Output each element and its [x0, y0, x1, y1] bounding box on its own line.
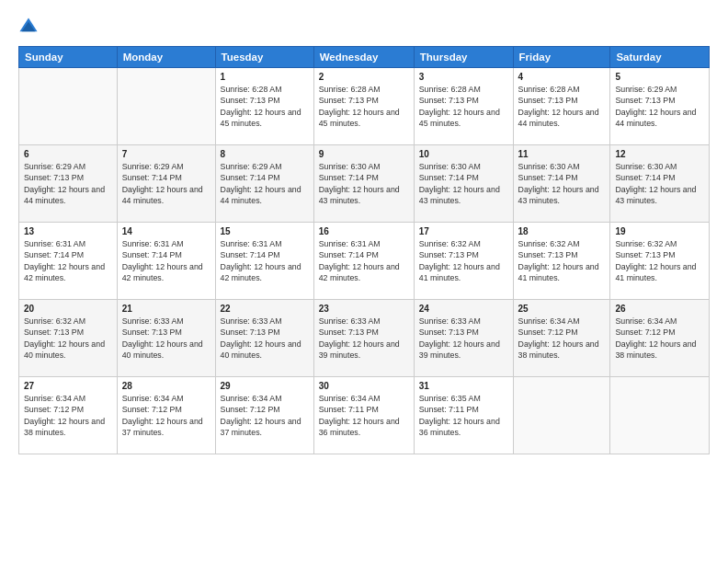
day-info: Sunrise: 6:31 AMSunset: 7:14 PMDaylight:… [24, 238, 112, 283]
week-row-5: 27Sunrise: 6:34 AMSunset: 7:12 PMDayligh… [19, 377, 710, 454]
day-number: 2 [319, 72, 409, 82]
day-info: Sunrise: 6:28 AMSunset: 7:13 PMDaylight:… [319, 84, 409, 129]
calendar-cell: 17Sunrise: 6:32 AMSunset: 7:13 PMDayligh… [414, 223, 513, 300]
day-number: 25 [518, 304, 606, 314]
day-info: Sunrise: 6:30 AMSunset: 7:14 PMDaylight:… [419, 161, 508, 206]
calendar-cell: 29Sunrise: 6:34 AMSunset: 7:12 PMDayligh… [215, 377, 313, 454]
day-number: 17 [419, 226, 508, 236]
calendar-cell: 26Sunrise: 6:34 AMSunset: 7:12 PMDayligh… [610, 300, 710, 377]
day-info: Sunrise: 6:33 AMSunset: 7:13 PMDaylight:… [221, 316, 309, 361]
calendar-cell: 20Sunrise: 6:32 AMSunset: 7:13 PMDayligh… [19, 300, 118, 377]
weekday-header-friday: Friday [513, 47, 610, 68]
week-row-2: 6Sunrise: 6:29 AMSunset: 7:13 PMDaylight… [19, 145, 710, 223]
day-number: 23 [319, 304, 409, 314]
calendar-table: SundayMondayTuesdayWednesdayThursdayFrid… [18, 46, 710, 454]
day-info: Sunrise: 6:34 AMSunset: 7:12 PMDaylight:… [24, 393, 112, 438]
day-info: Sunrise: 6:32 AMSunset: 7:13 PMDaylight:… [518, 238, 606, 283]
calendar-cell: 16Sunrise: 6:31 AMSunset: 7:14 PMDayligh… [313, 223, 414, 300]
day-info: Sunrise: 6:28 AMSunset: 7:13 PMDaylight:… [221, 84, 309, 129]
page: SundayMondayTuesdayWednesdayThursdayFrid… [0, 0, 728, 563]
day-info: Sunrise: 6:28 AMSunset: 7:13 PMDaylight:… [419, 84, 508, 129]
day-number: 10 [419, 149, 508, 159]
day-number: 14 [122, 226, 210, 236]
calendar-cell: 9Sunrise: 6:30 AMSunset: 7:14 PMDaylight… [313, 145, 414, 223]
day-info: Sunrise: 6:32 AMSunset: 7:13 PMDaylight:… [24, 316, 112, 361]
day-info: Sunrise: 6:31 AMSunset: 7:14 PMDaylight:… [319, 238, 409, 283]
weekday-header-monday: Monday [117, 47, 215, 68]
day-number: 13 [24, 226, 112, 236]
calendar-cell: 14Sunrise: 6:31 AMSunset: 7:14 PMDayligh… [117, 223, 215, 300]
calendar-cell: 27Sunrise: 6:34 AMSunset: 7:12 PMDayligh… [19, 377, 118, 454]
logo-icon [18, 17, 39, 37]
weekday-header-wednesday: Wednesday [313, 47, 414, 68]
week-row-4: 20Sunrise: 6:32 AMSunset: 7:13 PMDayligh… [19, 300, 710, 377]
day-number: 11 [518, 149, 606, 159]
day-number: 15 [221, 226, 309, 236]
calendar-cell: 25Sunrise: 6:34 AMSunset: 7:12 PMDayligh… [513, 300, 610, 377]
calendar-cell: 7Sunrise: 6:29 AMSunset: 7:14 PMDaylight… [117, 145, 215, 223]
day-info: Sunrise: 6:33 AMSunset: 7:13 PMDaylight:… [419, 316, 508, 361]
day-info: Sunrise: 6:30 AMSunset: 7:14 PMDaylight:… [518, 161, 606, 206]
day-number: 22 [221, 304, 309, 314]
calendar-cell [513, 377, 610, 454]
calendar-cell: 31Sunrise: 6:35 AMSunset: 7:11 PMDayligh… [414, 377, 513, 454]
day-number: 9 [319, 149, 409, 159]
day-number: 6 [24, 149, 112, 159]
calendar-cell: 15Sunrise: 6:31 AMSunset: 7:14 PMDayligh… [215, 223, 313, 300]
day-info: Sunrise: 6:29 AMSunset: 7:13 PMDaylight:… [615, 84, 704, 129]
calendar-cell: 6Sunrise: 6:29 AMSunset: 7:13 PMDaylight… [19, 145, 118, 223]
calendar-cell: 18Sunrise: 6:32 AMSunset: 7:13 PMDayligh… [513, 223, 610, 300]
calendar-cell: 23Sunrise: 6:33 AMSunset: 7:13 PMDayligh… [313, 300, 414, 377]
week-row-1: 1Sunrise: 6:28 AMSunset: 7:13 PMDaylight… [19, 68, 710, 145]
day-info: Sunrise: 6:34 AMSunset: 7:11 PMDaylight:… [319, 393, 409, 438]
day-number: 30 [319, 381, 409, 391]
day-number: 7 [122, 149, 210, 159]
calendar-cell: 21Sunrise: 6:33 AMSunset: 7:13 PMDayligh… [117, 300, 215, 377]
day-info: Sunrise: 6:30 AMSunset: 7:14 PMDaylight:… [319, 161, 409, 206]
day-number: 29 [221, 381, 309, 391]
day-info: Sunrise: 6:34 AMSunset: 7:12 PMDaylight:… [221, 393, 309, 438]
day-number: 3 [419, 72, 508, 82]
day-number: 20 [24, 304, 112, 314]
calendar-cell [117, 68, 215, 145]
calendar-cell: 28Sunrise: 6:34 AMSunset: 7:12 PMDayligh… [117, 377, 215, 454]
calendar-cell: 13Sunrise: 6:31 AMSunset: 7:14 PMDayligh… [19, 223, 118, 300]
day-info: Sunrise: 6:31 AMSunset: 7:14 PMDaylight:… [122, 238, 210, 283]
day-number: 12 [615, 149, 704, 159]
day-number: 5 [615, 72, 704, 82]
calendar-cell: 4Sunrise: 6:28 AMSunset: 7:13 PMDaylight… [513, 68, 610, 145]
day-info: Sunrise: 6:34 AMSunset: 7:12 PMDaylight:… [122, 393, 210, 438]
day-number: 19 [615, 226, 704, 236]
weekday-header-tuesday: Tuesday [215, 47, 313, 68]
weekday-header-saturday: Saturday [610, 47, 710, 68]
day-number: 1 [221, 72, 309, 82]
day-info: Sunrise: 6:33 AMSunset: 7:13 PMDaylight:… [319, 316, 409, 361]
week-row-3: 13Sunrise: 6:31 AMSunset: 7:14 PMDayligh… [19, 223, 710, 300]
calendar-cell: 24Sunrise: 6:33 AMSunset: 7:13 PMDayligh… [414, 300, 513, 377]
weekday-header-thursday: Thursday [414, 47, 513, 68]
day-info: Sunrise: 6:29 AMSunset: 7:14 PMDaylight:… [221, 161, 309, 206]
calendar-cell: 8Sunrise: 6:29 AMSunset: 7:14 PMDaylight… [215, 145, 313, 223]
day-number: 8 [221, 149, 309, 159]
day-info: Sunrise: 6:28 AMSunset: 7:13 PMDaylight:… [518, 84, 606, 129]
day-number: 21 [122, 304, 210, 314]
day-info: Sunrise: 6:32 AMSunset: 7:13 PMDaylight:… [419, 238, 508, 283]
calendar-cell: 1Sunrise: 6:28 AMSunset: 7:13 PMDaylight… [215, 68, 313, 145]
day-info: Sunrise: 6:35 AMSunset: 7:11 PMDaylight:… [419, 393, 508, 438]
calendar-cell: 19Sunrise: 6:32 AMSunset: 7:13 PMDayligh… [610, 223, 710, 300]
day-number: 18 [518, 226, 606, 236]
day-number: 31 [419, 381, 508, 391]
day-info: Sunrise: 6:34 AMSunset: 7:12 PMDaylight:… [615, 316, 704, 361]
calendar-cell: 12Sunrise: 6:30 AMSunset: 7:14 PMDayligh… [610, 145, 710, 223]
day-info: Sunrise: 6:30 AMSunset: 7:14 PMDaylight:… [615, 161, 704, 206]
logo [18, 17, 42, 37]
calendar-cell: 5Sunrise: 6:29 AMSunset: 7:13 PMDaylight… [610, 68, 710, 145]
day-number: 28 [122, 381, 210, 391]
header [18, 17, 710, 37]
day-number: 27 [24, 381, 112, 391]
day-info: Sunrise: 6:33 AMSunset: 7:13 PMDaylight:… [122, 316, 210, 361]
calendar-cell: 10Sunrise: 6:30 AMSunset: 7:14 PMDayligh… [414, 145, 513, 223]
day-info: Sunrise: 6:29 AMSunset: 7:14 PMDaylight:… [122, 161, 210, 206]
weekday-header-sunday: Sunday [19, 47, 118, 68]
calendar-cell: 2Sunrise: 6:28 AMSunset: 7:13 PMDaylight… [313, 68, 414, 145]
